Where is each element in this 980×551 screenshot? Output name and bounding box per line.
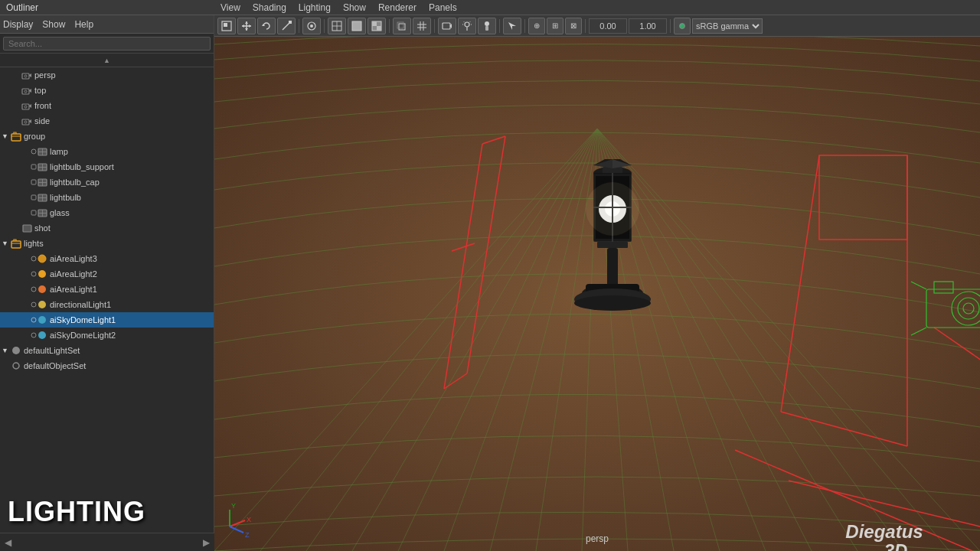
menu-help[interactable]: Help — [74, 19, 93, 30]
light-icon — [37, 253, 47, 264]
search-input[interactable] — [3, 37, 211, 51]
outliner-item-lightbulb[interactable]: lightbulb — [0, 190, 214, 205]
viewport-menu: View Shading Lighting Show Renderer Pane… — [214, 0, 980, 15]
wireframe-btn[interactable] — [328, 18, 346, 34]
toolbar-sep2 — [324, 19, 325, 33]
move-tool-btn[interactable] — [237, 18, 256, 34]
menu-display[interactable]: Display — [3, 19, 33, 30]
svg-rect-34 — [11, 241, 21, 248]
persp-btn[interactable] — [393, 18, 411, 34]
outliner-item-glass[interactable]: glass — [0, 205, 214, 220]
outliner-item-side[interactable]: side — [0, 113, 214, 129]
outliner-item-defaultLightSet[interactable]: ▼ defaultLightSet — [0, 343, 214, 358]
menu-panels[interactable]: Panels — [429, 2, 457, 13]
outliner-item-lights[interactable]: ▼ lights — [0, 236, 214, 251]
snap-curve-btn[interactable]: ⊞ — [547, 18, 564, 34]
outliner-item-directionalLight1[interactable]: directionalLight1 — [0, 297, 214, 312]
light-btn[interactable] — [458, 18, 476, 34]
svg-rect-9 — [22, 119, 29, 125]
svg-point-2 — [24, 75, 27, 77]
rotate-tool-btn[interactable] — [257, 18, 276, 34]
svg-rect-0 — [22, 73, 29, 79]
svg-rect-12 — [11, 134, 21, 141]
item-label-lightbulb: lightbulb — [50, 193, 81, 202]
outliner-item-aiAreaLight3[interactable]: aiAreaLight3 — [0, 251, 214, 266]
select-tool-btn[interactable] — [217, 18, 236, 34]
outliner-item-aiSkyDomeLight1[interactable]: aiSkyDomeLight1 — [0, 312, 214, 328]
menu-renderer[interactable]: Renderer — [378, 2, 416, 13]
item-label-defaultLightSet: defaultLightSet — [24, 346, 80, 355]
item-label-glass: glass — [50, 208, 70, 217]
transform-input-1[interactable] — [589, 18, 627, 34]
menu-view[interactable]: View — [220, 2, 240, 13]
svg-rect-3 — [22, 89, 29, 94]
svg-rect-135 — [607, 248, 618, 286]
svg-rect-61 — [289, 21, 292, 24]
item-label-aiAreaLight2: aiAreaLight2 — [50, 269, 97, 279]
svg-point-48 — [12, 347, 20, 354]
viewport-toolbar: ⊕ ⊞ ⊠ sRGB gamma — [214, 15, 980, 37]
skydome-icon — [37, 315, 47, 325]
item-label-aiSkyDomeLight2: aiSkyDomeLight2 — [50, 331, 116, 340]
svg-point-46 — [31, 333, 36, 337]
svg-point-5 — [24, 90, 27, 93]
lightset-icon — [11, 345, 21, 356]
svg-text:X: X — [247, 516, 251, 523]
outliner-item-front[interactable]: front — [0, 98, 214, 113]
color-space-select[interactable]: sRGB gamma — [692, 18, 763, 34]
outliner-item-defaultObjectSet[interactable]: defaultObjectSet — [0, 358, 214, 373]
scale-tool-btn[interactable] — [277, 18, 296, 34]
item-label-lightbulb-support: lightbulb_support — [50, 162, 114, 171]
menu-lighting[interactable]: Lighting — [299, 2, 331, 13]
outliner-item-top[interactable]: top — [0, 83, 214, 98]
mesh-icon — [37, 177, 47, 187]
texture-btn[interactable] — [368, 18, 386, 34]
outliner-tree[interactable]: persp top front side ▼ — [0, 67, 214, 551]
outliner-item-aiAreaLight2[interactable]: aiAreaLight2 — [0, 266, 214, 282]
scroll-up-area[interactable]: ▲ — [0, 54, 214, 67]
outliner-item-group[interactable]: ▼ group — [0, 129, 214, 144]
menu-show[interactable]: Show — [42, 19, 65, 30]
outliner-item-lightbulb-cap[interactable]: lightbulb_cap — [0, 174, 214, 190]
toolbar-sep5 — [499, 19, 500, 33]
svg-rect-70 — [377, 26, 381, 31]
scroll-right-btn[interactable]: ▶ — [203, 537, 210, 548]
grid-btn[interactable] — [413, 18, 431, 34]
snap-grid-btn[interactable]: ⊕ — [528, 18, 545, 34]
svg-point-47 — [38, 331, 46, 339]
snap-btn[interactable] — [302, 18, 321, 34]
camera-btn[interactable] — [438, 18, 456, 34]
outliner-item-aiAreaLight1[interactable]: aiAreaLight1 — [0, 282, 214, 297]
objectset-icon — [11, 360, 21, 371]
mesh-icon — [37, 161, 47, 172]
outliner-item-lightbulb-support[interactable]: lightbulb_support — [0, 159, 214, 174]
snap-point-btn[interactable]: ⊠ — [565, 18, 582, 34]
svg-rect-29 — [31, 210, 36, 215]
transform-input-2[interactable] — [629, 18, 667, 34]
menu-shading[interactable]: Shading — [253, 2, 286, 13]
select-mode-btn[interactable] — [503, 18, 521, 34]
svg-marker-54 — [245, 21, 248, 24]
item-label-front: front — [34, 101, 51, 110]
solid-btn[interactable] — [348, 18, 366, 34]
svg-point-43 — [38, 301, 46, 308]
svg-marker-87 — [508, 22, 516, 30]
outliner-item-shot[interactable]: shot — [0, 220, 214, 236]
scroll-left-btn[interactable]: ◀ — [5, 537, 11, 548]
cube-icon — [21, 223, 32, 233]
outliner-item-aiSkyDomeLight2[interactable]: aiSkyDomeLight2 — [0, 328, 214, 343]
item-label-defaultObjectSet: defaultObjectSet — [24, 361, 86, 370]
mesh-icon — [37, 146, 47, 157]
item-label-aiSkyDomeLight1: aiSkyDomeLight1 — [50, 315, 116, 324]
outliner-item-persp[interactable]: persp — [0, 67, 214, 83]
menu-show[interactable]: Show — [343, 2, 366, 13]
svg-rect-69 — [372, 21, 377, 26]
svg-marker-56 — [242, 24, 244, 28]
outliner-item-lamp[interactable]: lamp — [0, 144, 214, 159]
group-icon — [11, 238, 21, 249]
svg-rect-71 — [399, 24, 405, 30]
paint-btn[interactable] — [478, 18, 496, 34]
svg-point-79 — [465, 22, 469, 27]
svg-text:Diegatus: Diegatus — [845, 521, 923, 542]
svg-marker-55 — [245, 28, 248, 31]
